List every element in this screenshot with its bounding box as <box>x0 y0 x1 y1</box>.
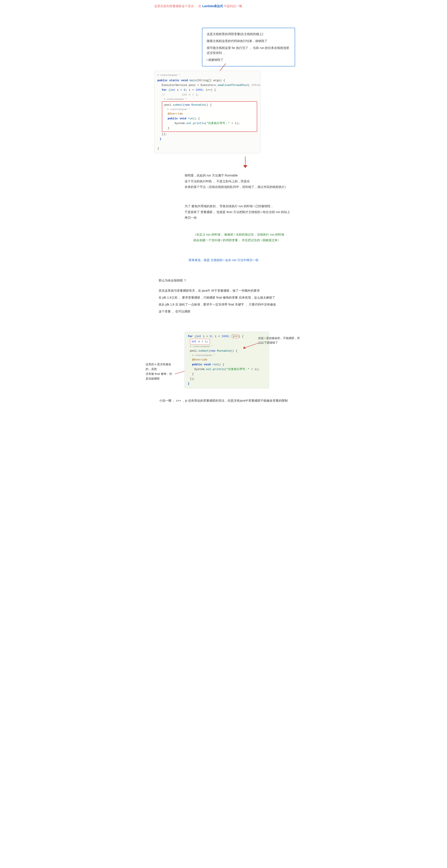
footer-note: 小说一嘴 ： c++ ，js 也有类似的变量捕获的语法，但是没有java中变量捕… <box>141 399 306 403</box>
right-arrow <box>242 340 259 351</box>
section-1: 很明显，此处的 run 方法属于 Runnable 这个方法的执行时机 ， 不是… <box>146 173 302 190</box>
code2-run-def: public void run() { <box>188 362 266 367</box>
callout-line2: 随着主线程这里的代码块执行结束，就销毁了 <box>207 38 290 44</box>
code2-n-box: int n = i; <box>190 339 210 344</box>
code-line-header3: X xiaoxiaoquan * <box>165 107 255 112</box>
green-note-line2: 就会创建一个也叫做 i 的局部变量， 并且把记住的 i 值赋值过来） <box>193 237 293 243</box>
code-header-1: X xiaoxiaoquan * <box>157 73 257 77</box>
svg-marker-2 <box>243 165 247 168</box>
code2-override: @Override <box>188 358 266 362</box>
section1-line1: 很明显，此处的 run 方法属于 Runnable <box>185 173 302 178</box>
green-note-line1: （在定义 run 的时候， 偷偷把 i 当前的值记住，后续执行 run 的时候 <box>193 232 293 238</box>
section4-line4: 这个变量 ， 也可以捕获 <box>158 308 302 314</box>
section-4: 那么为啥会报错呢 ？ 其实这里就与变量捕获有关，在 java中 对于变量捕获，做… <box>146 277 302 314</box>
code2-close1: } <box>188 372 266 376</box>
code-line-blank <box>157 142 257 146</box>
code-block-1: X xiaoxiaoquan * public static void main… <box>154 71 261 153</box>
code-line-for-close: } <box>157 136 257 142</box>
code-line-submit: pool.submit(new Runnable() { <box>165 103 255 107</box>
top-note: 这里涉及到变量捕获这个语法 ， 在 Lambda表达式 中提到过一嘴 <box>141 4 306 8</box>
code-line-run-close: } <box>165 126 255 130</box>
code-line-main: public static void main(String[] args) { <box>157 78 257 83</box>
green-note: （在定义 run 的时候， 偷偷把 i 当前的值记住，后续执行 run 的时候 … <box>154 229 293 245</box>
code-line-main-close: } <box>157 146 257 151</box>
svg-line-5 <box>245 343 258 347</box>
section4-line3: 就从 jdk 1.8 后 放松了一点标准，要求不一定非得带 final 关键字 … <box>158 301 302 307</box>
code-line-override: @Override <box>165 112 255 116</box>
code-line-println: System.out.println("任务执行序号：" + i); <box>165 121 255 126</box>
code2-for-line: for (int i = 0; i < 1000; i++) { <box>188 334 266 339</box>
center-note: 简单来说，就是 主线程的 i 会在 run 方法中拷贝一份 <box>141 258 306 262</box>
annotation-right: 此处 i 是由修改的，不能捕获，所以以下面报错了 <box>258 336 302 345</box>
section1-line2: 这个方法的执行时机 ， 不是立刻马上的，而是在 <box>185 178 302 184</box>
section2-line1: 为了 避免作用域的差别， 导致后续执行 run 的时候 i 已经被销毁， <box>185 203 302 209</box>
down-arrow-svg <box>241 155 249 168</box>
callout-line1: 这是主线程里的局部变量(在主线程的栈上) <box>207 32 290 37</box>
code-header-2: X xiaoxiaoquan * <box>157 97 257 101</box>
code-line-comment: // int n = i; <box>157 92 257 97</box>
inner-code-box: pool.submit(new Runnable() { X xiaoxiaoq… <box>162 101 257 132</box>
code-line-run-def: public void run() { <box>165 116 255 121</box>
section-2: 为了 避免作用域的差别， 导致后续执行 run 的时候 i 已经被销毁， 于是就… <box>146 203 302 221</box>
code2-close2: }); <box>188 376 266 381</box>
code2-println: System.out.println("任务执行序号：" + i); <box>188 367 266 372</box>
section4-line1: 其实这里就与变量捕获有关，在 java中 对于变量捕获，做了一些额外的要求 <box>158 287 302 293</box>
right-arrow-svg <box>242 340 259 351</box>
annotation-left: 这里的 n 是没有修改的，虽然 没有被 final 修饰，但是也能捕获 <box>146 362 174 381</box>
section1-line3: 未来的某个节点（后续在线程池的队列中，排到他了，就让对应的线程执行） <box>185 184 302 190</box>
code2-header2: X xiaoxiaoquan * <box>188 353 266 358</box>
arrow-down-1 <box>185 155 306 169</box>
section4-line2: 在 jdk 1.8之前 ， 要求变量捕获，只能捕获 final 修饰的变量 后来… <box>158 294 302 301</box>
callout-line3: 很可能主线程这里 for 执行完了 ， 当前 run 的任务在线程池里还没安排到… <box>207 45 290 56</box>
section2-line3: 拷贝一份 <box>185 215 302 221</box>
code-line-for: for (int i = 0; i < 1000; i++) { <box>157 88 257 92</box>
code2-close3: } <box>188 381 266 386</box>
code-line-submit-close: }); <box>157 132 257 136</box>
callout-box: 这是主线程里的局部变量(在主线程的栈上) 随着主线程这里的代码块执行结束，就销毁… <box>202 28 295 66</box>
code-line-executor: ExecutorService pool = Executors.newFixe… <box>157 83 257 88</box>
section2-line2: 于是就有了 变量捕获， 也就是 itrun 方法把刚才主线程的 i 给往当前 r… <box>185 209 302 215</box>
section4-q: 那么为啥会报错呢 ？ <box>158 277 302 283</box>
